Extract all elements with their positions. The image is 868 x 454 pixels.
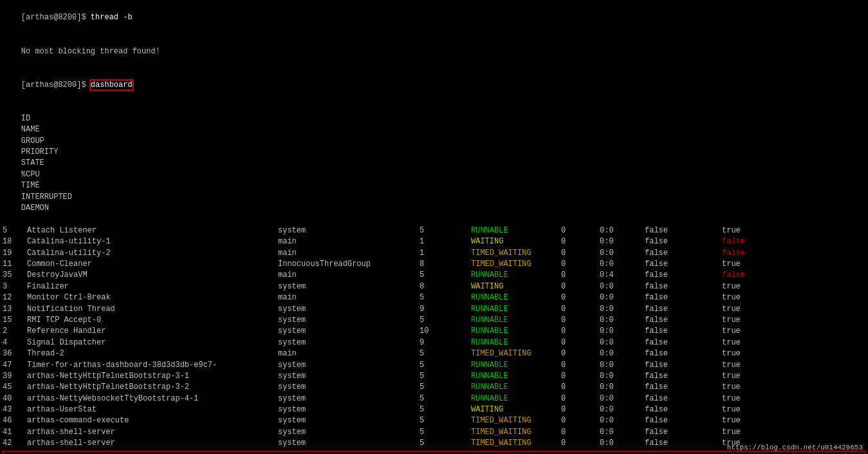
table-row: 12Monitor Ctrl-Breakmain5RUNNABLE00:0fal… (3, 292, 865, 303)
no-blocking-msg: No most blocking thread found! (3, 35, 865, 68)
prompt2: [arthas@8200]$ (21, 80, 91, 90)
thread-table-header: ID NAME GROUP PRIORITY STATE %CPU TIME I… (3, 102, 865, 225)
table-row: 15RMI TCP Accept-0system5RUNNABLE00:0fal… (3, 315, 865, 326)
table-row: 35DestroyJavaVMmain5RUNNABLE00:4falsefal… (3, 270, 865, 281)
prompt1: [arthas@8200]$ (21, 13, 91, 22)
table-row: 3Finalizersystem8WAITING00:0falsetrue (3, 281, 865, 292)
table-row: 19Catalina-utility-2main1TIMED_WAITING00… (3, 248, 865, 259)
command-line-1: [arthas@8200]$ thread -b (3, 1, 865, 35)
table-row: 5Attach Listenersystem5RUNNABLE00:0false… (3, 225, 865, 236)
memory-section-title: Memory (3, 451, 865, 454)
thread-rows: 5Attach Listenersystem5RUNNABLE00:0false… (3, 225, 865, 449)
table-row: 13Notification Threadsystem9RUNNABLE00:0… (3, 304, 865, 315)
table-row: 18Catalina-utility-1main1WAITING00:0fals… (3, 236, 865, 247)
table-row: 45arthas-NettyHttpTelnetBootstrap-3-2sys… (3, 382, 865, 393)
terminal: [arthas@8200]$ thread -b No most blockin… (0, 0, 868, 454)
cmd1: thread -b (91, 13, 133, 22)
table-row: 36Thread-2main5TIMED_WAITING00:0falsetru… (3, 348, 865, 359)
command-line-2: [arthas@8200]$ dashboard (3, 68, 865, 102)
table-row: 2Reference Handlersystem10RUNNABLE00:0fa… (3, 326, 865, 337)
table-row: 40arthas-NettyWebsocketTtyBootstrap-4-1s… (3, 393, 865, 404)
table-row: 4Signal Dispatchersystem9RUNNABLE00:0fal… (3, 337, 865, 348)
table-row: 47Timer-for-arthas-dashboard-38d3d3db-e9… (3, 360, 865, 371)
table-row: 41arthas-shell-serversystem5TIMED_WAITIN… (3, 427, 865, 438)
table-row: 11Common-CleanerInnocuousThreadGroup8TIM… (3, 259, 865, 270)
cmd2-highlight[interactable]: dashboard (91, 80, 133, 90)
table-row: 43arthas-UserStatsystem5WAITING00:0false… (3, 404, 865, 415)
table-row: 46arthas-command-executesystem5TIMED_WAI… (3, 415, 865, 426)
blog-link[interactable]: https://blog.csdn.net/u014429653 (727, 444, 863, 451)
table-row: 39arthas-NettyHttpTelnetBootstrap-3-1sys… (3, 371, 865, 382)
